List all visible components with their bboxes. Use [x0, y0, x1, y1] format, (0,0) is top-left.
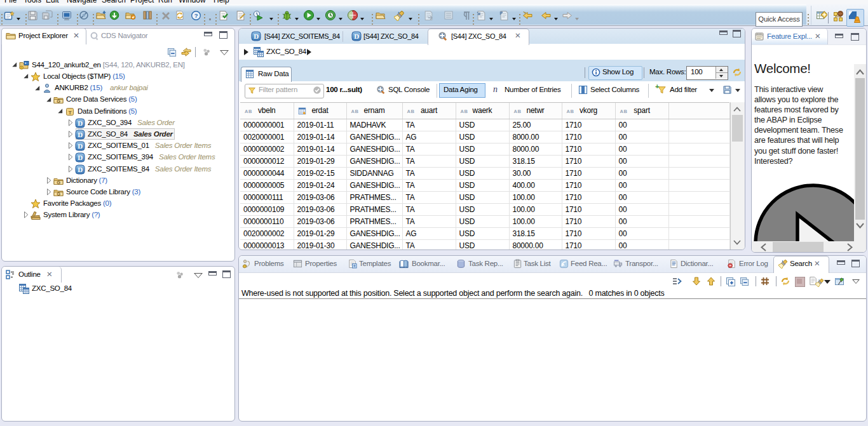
svg-text:?: ? [194, 12, 198, 19]
